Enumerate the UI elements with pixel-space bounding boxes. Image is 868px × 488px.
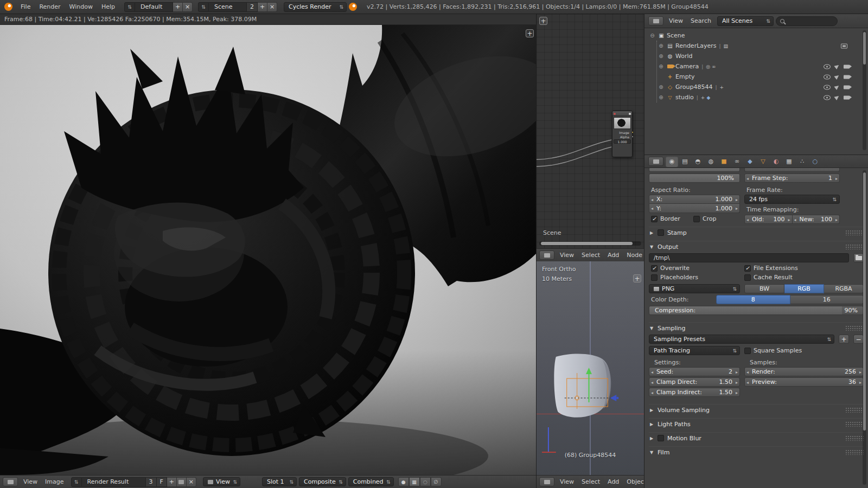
pack-image-button[interactable] [177,477,187,487]
scrollbar-thumb[interactable] [541,242,633,245]
render-result-view[interactable] [0,25,536,475]
menu-view[interactable]: View [556,476,578,488]
panel-light-paths-header[interactable]: Light Paths [649,419,864,429]
fake-user-button[interactable]: F [157,477,167,487]
seed-field[interactable]: Seed: 2 [649,367,740,376]
draw-channel-color-alpha-button[interactable]: ▦ [409,477,420,486]
render-layer-menu[interactable]: Composite [299,477,346,486]
expand-region-icon[interactable] [526,29,534,37]
expand-region-icon[interactable] [539,17,547,25]
image-socket-icon[interactable] [631,131,634,133]
compression-slider[interactable]: Compression: 90% [649,306,864,315]
expand-icon[interactable] [658,85,665,90]
node-header[interactable] [612,111,632,116]
menu-view[interactable]: View [665,14,687,28]
stamp-checkbox[interactable] [658,229,664,236]
screen-layout-name[interactable]: Default [135,2,173,12]
depth-16-button[interactable]: 16 [790,295,864,304]
editor-mode-menu[interactable]: View [203,477,240,486]
output-path-field[interactable]: /tmp\ [649,253,849,262]
tab-texture[interactable] [783,156,795,167]
menu-view[interactable]: View [556,249,578,261]
crop-checkbox[interactable]: Crop [693,215,717,222]
menu-image[interactable]: Image [41,476,67,488]
tab-particles[interactable] [796,156,808,167]
menu-window[interactable]: Window [66,0,97,14]
outliner-item-camera[interactable]: Camera ◎ ∞ [658,61,868,72]
menu-search[interactable]: Search [687,14,715,28]
file-format-menu[interactable]: PNG [649,284,740,293]
expand-icon[interactable] [658,64,665,69]
panel-grip-icon[interactable] [845,325,864,331]
expand-icon[interactable] [658,95,665,100]
render-slot-menu[interactable]: Slot 1 [262,477,297,486]
browse-layouts-button[interactable] [124,2,135,12]
aspect-x-field[interactable]: X: 1.000 [649,195,740,204]
visibility-eye-icon[interactable] [824,95,831,100]
node-editor-canvas[interactable]: Image Alpha 1.000 Scene [537,14,644,248]
motion-blur-checkbox[interactable] [658,435,664,441]
integrator-menu[interactable]: Path Tracing [649,346,740,355]
menu-file[interactable]: File [17,0,34,14]
menu-view[interactable]: View [20,476,41,488]
image-name[interactable]: Render Result [82,477,146,487]
selectability-icon[interactable] [834,84,840,90]
search-input[interactable] [776,16,838,26]
browse-scenes-button[interactable] [198,2,209,12]
tab-render[interactable] [666,156,678,167]
editor-type-button-node[interactable] [539,251,554,260]
old-framemap-field[interactable]: Old: 100 [744,215,793,224]
blender-app-icon[interactable] [4,3,12,11]
sampling-presets-menu[interactable]: Sampling Presets [649,335,834,344]
color-mode-rgb-button[interactable]: RGB [784,284,824,293]
scene-name[interactable]: Scene [209,2,247,12]
color-mode-bw-button[interactable]: BW [744,284,784,293]
draw-channel-z-button[interactable]: ∅ [431,477,442,486]
editor-type-button-properties[interactable] [648,157,663,166]
expand-region-icon[interactable] [633,274,641,282]
menu-select[interactable]: Select [578,249,604,261]
selectability-icon[interactable] [834,74,840,80]
tab-modifiers[interactable] [744,156,756,167]
frame-field-clipped[interactable] [744,168,840,172]
menu-add[interactable]: Add [604,249,623,261]
menu-object[interactable]: Object [623,476,644,488]
horizontal-scrollbar[interactable] [539,241,641,246]
visibility-eye-icon[interactable] [824,64,831,69]
clamp-indirect-field[interactable]: Clamp Indirect: 1.50 [649,388,740,397]
add-scene-button[interactable] [258,2,267,12]
frame-step-field[interactable]: Frame Step: 1 [744,174,840,183]
panel-grip-icon[interactable] [845,244,864,249]
file-extensions-checkbox[interactable]: File Extensions [744,265,798,272]
menu-select[interactable]: Select [578,476,604,488]
expand-icon[interactable] [658,54,665,59]
placeholders-checkbox[interactable]: Placeholders [649,274,740,281]
render-pass-menu[interactable]: Combined [348,477,394,486]
render-restrict-icon[interactable] [844,75,850,79]
delete-scene-button[interactable] [267,2,277,12]
editor-type-button-3dview[interactable] [539,477,554,486]
tab-object[interactable] [718,156,730,167]
render-restrict-icon[interactable] [844,65,850,68]
panel-grip-icon[interactable] [845,435,864,441]
scrollbar-thumb[interactable] [863,32,866,65]
panel-volume-sampling-header[interactable]: Volume Sampling [649,404,864,415]
panel-output-header[interactable]: Output [649,241,864,252]
panel-motion-blur-header[interactable]: Motion Blur [649,433,864,444]
clamp-direct-field[interactable]: Clamp Direct: 1.50 [649,377,740,387]
tab-physics[interactable] [809,156,821,167]
aspect-y-field[interactable]: Y: 1.000 [649,204,740,213]
render-samples-field[interactable]: Render: 256 [744,367,864,376]
collapse-icon[interactable] [649,33,656,38]
delete-layout-button[interactable] [183,2,193,12]
resolution-percentage-slider[interactable]: 100% [649,174,740,183]
tab-render-layers[interactable] [679,156,691,167]
render-restrict-icon[interactable] [844,95,850,99]
render-restrict-icon[interactable] [844,85,850,89]
render-engine-menu[interactable]: Cycles Render [284,2,347,12]
menu-node[interactable]: Node [623,249,644,261]
add-preset-button[interactable] [839,335,849,344]
unlink-image-button[interactable] [187,477,196,487]
depth-8-button[interactable]: 8 [716,295,790,304]
node-value-field[interactable]: 1.000 [614,139,631,144]
